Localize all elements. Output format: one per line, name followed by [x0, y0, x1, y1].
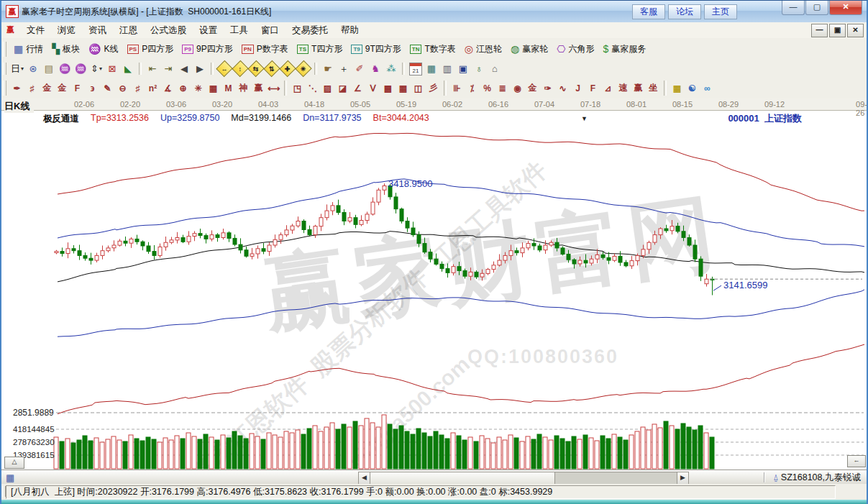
mdi-close-button[interactable]: ✕ [847, 24, 864, 37]
pen-draw-tool[interactable]: ✒ [9, 81, 24, 96]
win-tool[interactable]: 赢 [251, 81, 266, 96]
sectors-button[interactable]: ▚板块 [47, 42, 84, 57]
f-angle-tool[interactable]: F [585, 81, 600, 96]
p-square-button[interactable]: PSP四方形 [123, 42, 178, 57]
menu-item-江恩[interactable]: 江恩 [113, 22, 144, 38]
wave3-button[interactable]: ♒ [57, 61, 73, 76]
span-tool[interactable]: ⟷ [266, 81, 281, 96]
horizontal-scrollbar[interactable]: ◀ ▶ [358, 472, 689, 485]
title-bar[interactable]: 赢 赢家老子时空周期系统[纵横版] - [上证指数 SH000001-161日K… [1, 1, 867, 23]
knot-tool-button[interactable]: ⁂ [383, 61, 399, 76]
fan-lines-tool[interactable]: ⋱ [305, 81, 320, 96]
hand-tool-button[interactable]: ☛ [320, 61, 336, 76]
expand-panel-button[interactable]: △ [4, 457, 24, 469]
calendar-button[interactable]: 21 [408, 61, 424, 76]
first-bar-button[interactable]: ⇤ [145, 61, 160, 76]
column-box-tool[interactable]: ◫ [411, 81, 426, 96]
toolbar-grip[interactable] [3, 42, 6, 57]
percent-tool[interactable]: % [480, 81, 495, 96]
period-day-button[interactable]: 日▾ [9, 61, 25, 76]
gold-ratio-tool-2[interactable]: 金 [55, 81, 70, 96]
percent-slash-tool[interactable]: ⁒ [465, 81, 480, 96]
gann-wheel-button[interactable]: ◎江恩轮 [460, 42, 506, 57]
forum-button[interactable]: 论坛 [668, 4, 701, 19]
hash-tool[interactable]: ♯ [130, 81, 145, 96]
diamond-lr-button[interactable]: ⇆ [248, 61, 264, 76]
winner-service-button[interactable]: $赢家服务 [598, 42, 650, 57]
angle-tool[interactable]: ∡ [160, 81, 175, 96]
wave-gold-tool[interactable]: ∿ [555, 81, 570, 96]
shade-box-tool[interactable]: ▨ [320, 81, 335, 96]
diamond-h-button[interactable]: ↔ [216, 61, 232, 76]
maximize-button[interactable]: ▢ [805, 1, 828, 15]
yellow-grid-tool[interactable]: ▦ [670, 81, 685, 96]
shen-tool[interactable]: 神 [236, 81, 251, 96]
scrollbar-track[interactable] [555, 472, 677, 484]
next-bar-button[interactable]: ▶ [192, 61, 208, 76]
note-button[interactable]: ▤ [41, 61, 57, 76]
cycle-circle-tool[interactable]: ⊖ [115, 81, 130, 96]
menu-item-设置[interactable]: 设置 [193, 22, 224, 38]
menu-item-窗口[interactable]: 窗口 [255, 22, 285, 38]
kline-chart[interactable]: 3418.95003141.65992851.98894181448452787… [1, 98, 867, 469]
ticker-area[interactable]: ⍙ SZ168108,九泰锐诚 [764, 472, 861, 484]
knight-tool-button[interactable]: ♞ [367, 61, 383, 76]
menu-item-工具[interactable]: 工具 [224, 22, 255, 38]
last-bar-button[interactable]: ⇥ [160, 61, 176, 76]
winner-wheel-button[interactable]: ◍赢家轮 [506, 42, 552, 57]
prev-bar-button[interactable]: ◀ [176, 61, 192, 76]
star-tool[interactable]: ✳ [191, 81, 206, 96]
toolbar-grip[interactable] [3, 63, 6, 75]
save-button[interactable]: ▣ [455, 61, 471, 76]
net-chart-button[interactable]: ⊛ [25, 61, 41, 76]
diamond-all-button[interactable]: ✳ [296, 61, 311, 76]
t-square-button[interactable]: TST四方形 [293, 42, 347, 57]
toolbar-grip[interactable] [3, 81, 6, 95]
n-square-tool[interactable]: n² [145, 81, 160, 96]
hatch-tool[interactable]: 彡 [426, 81, 441, 96]
homepage-button[interactable]: 主页 [704, 4, 737, 19]
pen-tool-button[interactable]: ✐ [352, 61, 367, 76]
v-line-tool[interactable]: Ⅴ [365, 81, 380, 96]
fibonacci-tool[interactable]: F [70, 81, 85, 96]
mdi-minimize-button[interactable]: — [811, 24, 828, 37]
customer-service-button[interactable]: 客服 [632, 4, 665, 19]
menu-item-浏览[interactable]: 浏览 [51, 22, 82, 38]
9p-square-button[interactable]: P99P四方形 [178, 42, 237, 57]
delta-angle-tool[interactable]: ⊿ [600, 81, 616, 96]
speed-line-tool[interactable]: 速 [616, 81, 631, 96]
square-frame-tool[interactable]: ◳ [290, 81, 305, 96]
quote-grid-icon[interactable]: ▦ [6, 472, 14, 483]
pen2-tool[interactable]: ✎ [100, 81, 115, 96]
p-number-table-button[interactable]: PNP数字表 [237, 42, 293, 57]
memo-button[interactable]: ▥ [439, 61, 455, 76]
seat-tool[interactable]: 坐 [646, 81, 661, 96]
diamond-v-button[interactable]: ↕ [232, 61, 248, 76]
ratio-tool[interactable]: ⊪ [449, 81, 465, 96]
spiral-tool[interactable]: ϶ [85, 81, 100, 96]
chart-area[interactable]: 02-0602-2003-0603-2004-0304-1805-0505-19… [1, 98, 867, 469]
mdi-restore-button[interactable]: ▣ [829, 24, 846, 37]
gold-circle-tool[interactable]: ◉ [510, 81, 525, 96]
menu-item-文件[interactable]: 文件 [20, 22, 51, 38]
m-tool[interactable]: M [221, 81, 236, 96]
diamond-ud-button[interactable]: ⇅ [264, 61, 280, 76]
menu-item-帮助[interactable]: 帮助 [334, 22, 365, 38]
menu-item-交易委托[interactable]: 交易委托 [285, 22, 334, 38]
target-circle-tool[interactable]: ⊕ [175, 81, 191, 96]
kline-button[interactable]: ♒K线 [84, 42, 122, 57]
network-button[interactable]: ♁ [471, 61, 487, 76]
scrollbar-right-arrow[interactable]: ▶ [677, 472, 688, 484]
infinity-tool[interactable]: ∞ [700, 81, 715, 96]
box-chart-button[interactable]: ⊠ [104, 61, 120, 76]
gold-lines-tool[interactable]: 金 [525, 81, 540, 96]
big-grid-tool[interactable]: ▦ [396, 81, 411, 96]
scrollbar-thumb[interactable] [370, 472, 555, 484]
calculator-button[interactable]: ▦ [424, 61, 439, 76]
j-angle-tool[interactable]: J [570, 81, 585, 96]
win-angle-tool[interactable]: 赢 [631, 81, 646, 96]
scrollbar-left-arrow[interactable]: ◀ [359, 472, 370, 484]
scroll-left-button[interactable]: ← [847, 455, 866, 467]
quotes-button[interactable]: ▦行情 [9, 42, 47, 57]
color-chart-button[interactable]: ◣ [120, 61, 136, 76]
